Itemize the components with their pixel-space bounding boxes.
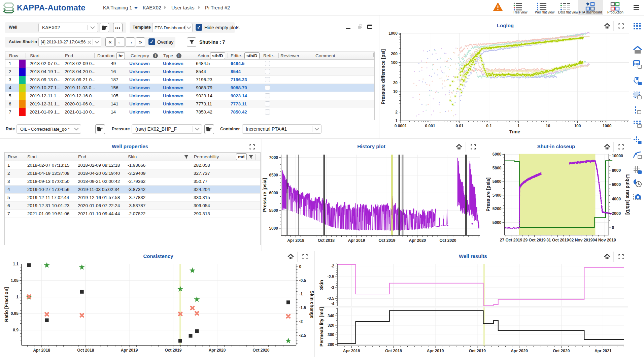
- svg-text:5000: 5000: [493, 220, 502, 225]
- svg-text:31 Oct 2019: 31 Oct 2019: [546, 238, 569, 242]
- svg-text:1: 1: [517, 124, 520, 128]
- svg-text:27 Oct 2019: 27 Oct 2019: [500, 238, 522, 242]
- svg-text:100: 100: [391, 60, 398, 65]
- svg-text:5800: 5800: [493, 166, 502, 170]
- svg-text:10: 10: [546, 124, 550, 128]
- svg-text:5500: 5500: [269, 208, 278, 213]
- svg-text:1.1: 1.1: [13, 262, 19, 266]
- svg-text:320: 320: [328, 323, 334, 328]
- svg-text:-2: -2: [331, 264, 334, 268]
- svg-text:Liquid rate [stb/D]: Liquid rate [stb/D]: [625, 174, 631, 215]
- svg-text:Time: Time: [509, 129, 520, 134]
- svg-text:Apr 2018: Apr 2018: [33, 348, 50, 353]
- svg-text:Pressure [psia]: Pressure [psia]: [485, 177, 491, 212]
- svg-text:Ratio [Fraction]: Ratio [Fraction]: [4, 287, 9, 322]
- svg-text:5400: 5400: [493, 193, 502, 198]
- svg-text:2: 2: [395, 110, 398, 115]
- svg-text:0.9: 0.9: [13, 328, 19, 332]
- svg-text:0.95: 0.95: [11, 311, 19, 316]
- svg-text:Pressure difference [psi]: Pressure difference [psi]: [380, 49, 386, 104]
- svg-text:1000: 1000: [388, 31, 398, 36]
- svg-text:2000: 2000: [612, 211, 621, 216]
- svg-text:340: 340: [328, 314, 334, 318]
- svg-text:Apr 2021: Apr 2021: [595, 349, 612, 353]
- svg-text:6000: 6000: [269, 191, 278, 195]
- svg-text:200: 200: [391, 52, 398, 56]
- svg-text:0: 0: [299, 264, 302, 269]
- svg-text:Apr 2018: Apr 2018: [343, 349, 360, 353]
- svg-text:Skin change: Skin change: [309, 291, 315, 319]
- svg-text:-2.5: -2.5: [327, 274, 334, 279]
- svg-text:6000: 6000: [612, 182, 621, 187]
- svg-text:1.05: 1.05: [11, 278, 19, 283]
- svg-text:0: 0: [612, 225, 614, 230]
- svg-text:0.0001: 0.0001: [395, 124, 407, 128]
- svg-text:Apr 2019: Apr 2019: [427, 349, 444, 353]
- svg-text:Oct 2018: Oct 2018: [318, 238, 335, 243]
- svg-text:Oct 2019: Oct 2019: [378, 238, 395, 243]
- svg-text:Skin: Skin: [319, 280, 324, 290]
- svg-text:-1: -1: [299, 292, 303, 296]
- svg-text:Apr 2020: Apr 2020: [209, 348, 226, 353]
- svg-text:6500: 6500: [269, 173, 278, 177]
- svg-text:5000: 5000: [269, 226, 278, 231]
- svg-text:-0.5: -0.5: [299, 278, 306, 283]
- svg-text:8000: 8000: [612, 168, 621, 173]
- svg-text:300: 300: [328, 332, 334, 337]
- svg-text:10000: 10000: [612, 154, 623, 158]
- svg-text:Oct 2019: Oct 2019: [165, 348, 181, 353]
- svg-text:-2: -2: [299, 319, 303, 324]
- svg-text:10: 10: [393, 89, 398, 94]
- svg-text:-1.5: -1.5: [299, 305, 306, 310]
- svg-text:-4: -4: [331, 301, 334, 306]
- svg-text:Apr 2020: Apr 2020: [511, 349, 528, 353]
- svg-text:Oct 2020: Oct 2020: [553, 349, 570, 353]
- svg-text:Pressure [psia]: Pressure [psia]: [262, 178, 267, 212]
- svg-text:Oct 2018: Oct 2018: [385, 349, 402, 353]
- svg-text:Oct 2020: Oct 2020: [252, 348, 269, 353]
- svg-text:1: 1: [16, 295, 19, 299]
- svg-text:Apr 2019: Apr 2019: [348, 238, 365, 243]
- svg-text:5200: 5200: [493, 206, 502, 211]
- svg-text:04 Nov 2019: 04 Nov 2019: [592, 238, 616, 242]
- svg-text:280: 280: [328, 342, 334, 347]
- svg-text:0.1: 0.1: [486, 124, 492, 128]
- svg-text:1: 1: [395, 119, 398, 123]
- svg-text:7000: 7000: [269, 155, 278, 160]
- svg-text:-3: -3: [331, 285, 334, 290]
- svg-text:Apr 2020: Apr 2020: [409, 238, 426, 243]
- svg-text:Apr 2019: Apr 2019: [121, 348, 138, 353]
- svg-text:29 Oct 2019: 29 Oct 2019: [523, 238, 546, 242]
- svg-text:1000: 1000: [603, 124, 612, 128]
- svg-text:100: 100: [574, 124, 581, 128]
- svg-text:02 Nov 2019: 02 Nov 2019: [569, 238, 593, 242]
- svg-text:Permeability [md]: Permeability [md]: [319, 307, 324, 347]
- svg-text:4000: 4000: [612, 197, 621, 201]
- svg-text:0.001: 0.001: [425, 124, 435, 128]
- svg-text:Oct 2019: Oct 2019: [469, 349, 486, 353]
- svg-text:5600: 5600: [493, 179, 502, 184]
- svg-text:-2.5: -2.5: [299, 333, 306, 338]
- svg-text:Apr 2018: Apr 2018: [287, 238, 304, 243]
- svg-text:-3.5: -3.5: [327, 296, 334, 301]
- svg-text:0.01: 0.01: [455, 124, 464, 128]
- svg-text:6000: 6000: [493, 152, 502, 157]
- svg-text:Oct 2018: Oct 2018: [77, 348, 94, 353]
- svg-text:20: 20: [393, 80, 398, 85]
- svg-text:Oct 2020: Oct 2020: [439, 238, 456, 243]
